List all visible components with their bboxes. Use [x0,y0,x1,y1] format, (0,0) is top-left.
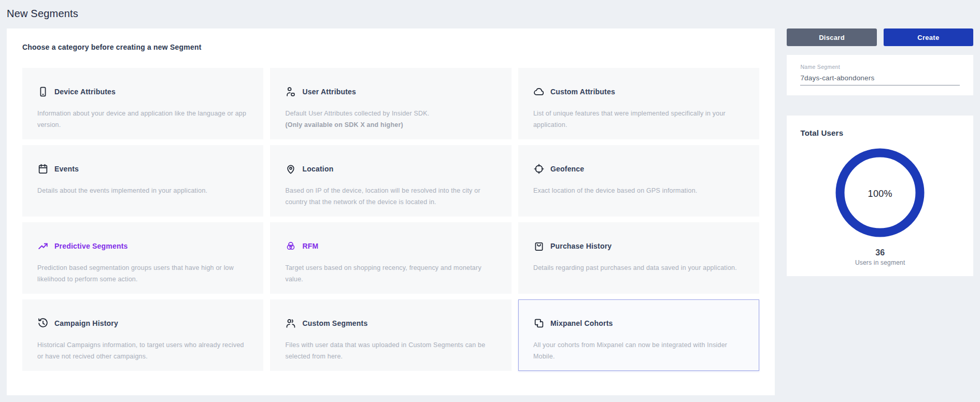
category-card-geofence[interactable]: Geofence Exact location of the device ba… [518,145,759,217]
segment-sidebar: Discard Create Name Segment Total Users … [787,28,973,276]
card-head: Location [285,163,496,175]
category-card-rfm[interactable]: RFM Target users based on shopping recen… [270,222,511,294]
card-description: List of unique features that were implem… [533,108,744,131]
category-card-custom-attributes[interactable]: Custom Attributes List of unique feature… [518,68,759,139]
card-description: Prediction based segmentation groups use… [37,262,248,285]
card-title: Events [54,165,79,173]
history-clock-icon [37,318,49,329]
geofence-icon [533,163,545,175]
page-title: New Segments [7,8,980,20]
card-note: (Only available on SDK X and higher) [285,119,496,131]
name-segment-label: Name Segment [800,64,960,70]
card-title: User Attributes [302,88,356,96]
card-description: Default User Attributes collected by Ins… [285,108,496,119]
card-head: RFM [285,240,496,252]
action-buttons: Discard Create [787,28,973,46]
category-card-purchase-history[interactable]: Purchase History Details regarding past … [518,222,759,294]
card-head: Custom Attributes [533,86,744,97]
card-description: Information about your device and applic… [37,108,248,131]
card-title: Device Attributes [54,88,116,96]
card-description: Details regarding past purchases and dat… [533,262,744,274]
card-description: Files with user data that was uploaded i… [285,339,496,362]
category-card-predictive-segments[interactable]: Predictive Segments Prediction based seg… [22,222,263,294]
users-count: 36 [800,248,960,257]
page-layout: Choose a category before creating a new … [0,28,980,395]
cloud-icon [533,86,545,97]
panel-heading: Choose a category before creating a new … [22,43,759,51]
category-card-user-attributes[interactable]: User Attributes Default User Attributes … [270,68,511,139]
donut-percent-label: 100% [831,143,929,244]
category-card-events[interactable]: Events Details about the events implemen… [22,145,263,217]
venn-diagram-icon [285,240,296,252]
create-button[interactable]: Create [884,28,973,46]
card-title: Custom Segments [302,319,367,327]
card-head: Campaign History [37,318,248,329]
total-users-heading: Total Users [800,128,960,137]
users-count-caption: Users in segment [800,259,960,266]
category-card-location[interactable]: Location Based on IP of the device, loca… [270,145,511,217]
card-description: Target users based on shopping recency, … [285,262,496,285]
card-title: Campaign History [54,319,118,327]
name-segment-card: Name Segment [787,55,973,95]
card-title: Geofence [550,165,584,173]
category-panel: Choose a category before creating a new … [7,28,775,395]
discard-button[interactable]: Discard [787,28,876,46]
category-card-custom-segments[interactable]: Custom Segments Files with user data tha… [270,299,511,371]
map-pin-icon [285,163,296,175]
card-description: Based on IP of the device, location will… [285,185,496,208]
name-segment-input[interactable] [800,73,960,85]
card-head: Custom Segments [285,318,496,329]
card-head: Purchase History [533,240,744,252]
card-title: Purchase History [550,242,612,250]
card-head: Geofence [533,163,744,175]
linked-squares-icon [533,318,545,329]
category-card-campaign-history[interactable]: Campaign History Historical Campaigns in… [22,299,263,371]
total-users-card: Total Users 100% 36 Users in segment [787,116,973,276]
card-head: Device Attributes [37,86,248,97]
category-cards-grid: Device Attributes Information about your… [22,68,759,371]
card-description: Historical Campaigns information, to tar… [37,339,248,362]
shopping-bag-icon [533,240,545,252]
smartphone-icon [37,86,49,97]
card-title: Mixpanel Cohorts [550,319,613,327]
card-description: Details about the events implemented in … [37,185,248,196]
card-title: RFM [302,242,318,250]
calendar-icon [37,163,49,175]
trending-up-icon [37,240,49,252]
card-title: Predictive Segments [54,242,128,250]
total-users-donut: 100% [831,143,929,244]
card-description: Exact location of the device based on GP… [533,185,744,196]
card-title: Location [302,165,333,173]
users-icon [285,318,296,329]
card-description: All your cohorts from Mixpanel can now b… [533,339,744,362]
card-title: Custom Attributes [550,88,615,96]
category-card-device-attributes[interactable]: Device Attributes Information about your… [22,68,263,139]
card-head: Events [37,163,248,175]
category-card-mixpanel-cohorts[interactable]: Mixpanel Cohorts All your cohorts from M… [518,299,759,371]
user-icon [285,86,296,97]
card-head: Mixpanel Cohorts [533,318,744,329]
card-head: User Attributes [285,86,496,97]
card-head: Predictive Segments [37,240,248,252]
